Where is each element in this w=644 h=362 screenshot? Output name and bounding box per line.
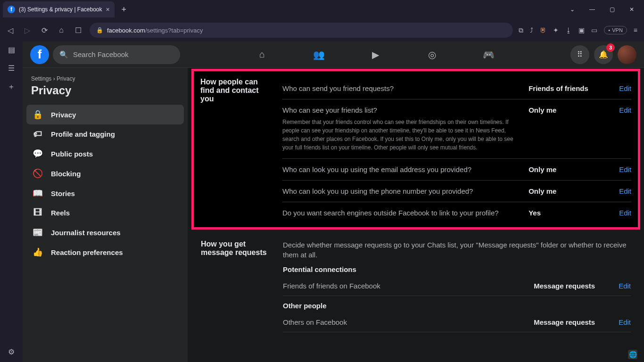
bookmark-button[interactable]: ☐ xyxy=(73,26,84,35)
tab-title: (3) Settings & privacy | Facebook xyxy=(19,6,102,13)
posts-icon: 💬 xyxy=(31,148,44,159)
sidebar-item-reels[interactable]: 🎞Reels xyxy=(26,203,184,222)
setting-description: Remember that your friends control who c… xyxy=(282,118,523,152)
block-icon: 🚫 xyxy=(31,168,44,179)
globe-indicator-icon[interactable]: 🌐 xyxy=(628,350,637,359)
section-title-messages: How you get message requests xyxy=(201,240,272,332)
setting-question: Who can send you friend requests? xyxy=(282,84,523,92)
rail-add-icon[interactable]: ＋ xyxy=(8,82,15,92)
nav-gaming-icon[interactable]: 🎮 xyxy=(479,49,498,60)
edit-link[interactable]: Edit xyxy=(619,84,631,92)
menu-grid-button[interactable]: ⠿ xyxy=(570,45,589,64)
setting-question: Do you want search engines outside Faceb… xyxy=(282,209,523,217)
messages-description: Decide whether message requests go to yo… xyxy=(283,240,631,260)
maximize-button[interactable]: ▢ xyxy=(606,6,618,13)
setting-question: Who can see your friends list?Remember t… xyxy=(282,106,523,152)
open-external-icon[interactable]: ⧉ xyxy=(519,26,523,34)
sidebar-item-label: Public posts xyxy=(51,150,93,158)
downloads-icon[interactable]: ⭳ xyxy=(565,26,572,34)
search-input[interactable]: 🔍 Search Facebook xyxy=(53,45,180,64)
edit-link[interactable]: Edit xyxy=(619,209,631,217)
message-setting-row: Friends of friends on FacebookMessage re… xyxy=(283,276,631,296)
sidebar-item-profile-and-tagging[interactable]: 🏷Profile and tagging xyxy=(26,124,184,144)
subhead-other: Other people xyxy=(283,296,631,313)
setting-value: Only me xyxy=(528,187,613,195)
chevron-down-icon[interactable]: ⌄ xyxy=(567,6,578,13)
sidebar-item-reaction-preferences[interactable]: 👍Reaction preferences xyxy=(26,242,184,262)
share-icon[interactable]: ⤴ xyxy=(530,26,533,34)
settings-main: How people can find and contact you Who … xyxy=(188,68,644,362)
rail-reading-icon[interactable]: ☰ xyxy=(8,64,15,73)
settings-sidebar: Settings › Privacy Privacy 🔒Privacy🏷Prof… xyxy=(23,68,188,362)
new-tab-button[interactable]: + xyxy=(117,3,131,16)
browser-tab[interactable]: f (3) Settings & privacy | Facebook × xyxy=(3,1,115,17)
nav-friends-icon[interactable]: 👥 xyxy=(309,49,328,60)
setting-value: Only me xyxy=(528,106,613,152)
breadcrumb: Settings › Privacy xyxy=(26,75,184,82)
setting-value: Message requests xyxy=(534,318,619,326)
tag-icon: 🏷 xyxy=(31,129,44,139)
sidebar-item-stories[interactable]: 📖Stories xyxy=(26,183,184,203)
reload-button[interactable]: ⟳ xyxy=(39,26,50,35)
close-window-button[interactable]: ✕ xyxy=(626,6,637,13)
setting-question: Friends of friends on Facebook xyxy=(283,282,534,290)
edit-link[interactable]: Edit xyxy=(619,318,631,326)
vpn-button[interactable]: • VPN xyxy=(604,26,627,34)
address-bar: ◁ ▷ ⟳ ⌂ ☐ 🔒 facebook.com/settings?tab=pr… xyxy=(0,19,644,41)
section-title-findcontact: How people can find and contact you xyxy=(200,78,271,223)
back-button[interactable]: ◁ xyxy=(5,26,16,35)
wallet-icon[interactable]: ▭ xyxy=(591,26,597,34)
message-setting-row: Others on FacebookMessage requestsEdit xyxy=(283,313,631,332)
window-controls: ⌄ ― ▢ ✕ xyxy=(567,6,644,13)
facebook-header: f 🔍 Search Facebook ⌂ 👥 ▶ ◎ 🎮 ⠿ 🔔 3 xyxy=(23,41,644,68)
tab-bar: f (3) Settings & privacy | Facebook × + … xyxy=(0,0,644,19)
nav-watch-icon[interactable]: ▶ xyxy=(366,49,385,60)
setting-value: Message requests xyxy=(534,282,619,290)
minimize-button[interactable]: ― xyxy=(586,6,598,13)
menu-icon[interactable]: ≡ xyxy=(634,26,637,34)
setting-row: Who can see your friends list?Remember t… xyxy=(282,99,631,159)
setting-value: Only me xyxy=(528,165,613,173)
setting-question: Who can look you up using the phone numb… xyxy=(282,187,523,195)
sidebar-item-privacy[interactable]: 🔒Privacy xyxy=(26,105,184,124)
facebook-logo[interactable]: f xyxy=(30,45,49,64)
sidebar-item-journalist-resources[interactable]: 📰Journalist resources xyxy=(26,222,184,242)
sidepanel-icon[interactable]: ▣ xyxy=(578,26,585,34)
forward-button[interactable]: ▷ xyxy=(22,26,33,35)
shield-icon[interactable]: ⛨ xyxy=(540,26,546,34)
account-avatar[interactable] xyxy=(618,45,636,64)
breadcrumb-root[interactable]: Settings xyxy=(31,75,51,82)
sidebar-item-blocking[interactable]: 🚫Blocking xyxy=(26,164,184,183)
rail-bookmarks-icon[interactable]: ▤ xyxy=(8,45,15,54)
sidebar-item-label: Profile and tagging xyxy=(51,130,115,138)
subhead-potential: Potential connections xyxy=(283,260,631,276)
home-button[interactable]: ⌂ xyxy=(56,26,67,34)
url-input[interactable]: 🔒 facebook.com/settings?tab=privacy xyxy=(90,23,513,38)
tab-close-icon[interactable]: × xyxy=(106,6,110,13)
setting-value: Yes xyxy=(528,209,613,217)
search-icon: 🔍 xyxy=(59,50,68,59)
notifications-button[interactable]: 🔔 3 xyxy=(594,45,613,64)
edit-link[interactable]: Edit xyxy=(619,165,631,173)
extensions-icon[interactable]: ✦ xyxy=(553,26,559,34)
nav-groups-icon[interactable]: ◎ xyxy=(422,49,441,60)
sidebar-item-label: Blocking xyxy=(51,170,81,178)
rail-settings-icon[interactable]: ⚙ xyxy=(8,347,15,356)
setting-row: Who can look you up using the phone numb… xyxy=(282,181,631,202)
bell-icon: 🔔 xyxy=(599,50,608,59)
edit-link[interactable]: Edit xyxy=(619,282,631,290)
sidebar-item-label: Reels xyxy=(51,209,70,217)
sidebar-item-public-posts[interactable]: 💬Public posts xyxy=(26,144,184,164)
lock-icon: 🔒 xyxy=(96,27,103,33)
edit-link[interactable]: Edit xyxy=(619,106,631,152)
highlighted-section: How people can find and contact you Who … xyxy=(191,69,640,230)
news-icon: 📰 xyxy=(31,227,44,238)
nav-home-icon[interactable]: ⌂ xyxy=(253,49,272,60)
book-icon: 📖 xyxy=(31,188,44,198)
react-icon: 👍 xyxy=(31,247,44,257)
lock-icon: 🔒 xyxy=(31,109,44,120)
edit-link[interactable]: Edit xyxy=(619,187,631,195)
setting-question: Others on Facebook xyxy=(283,318,534,326)
setting-row: Who can look you up using the email addr… xyxy=(282,159,631,181)
setting-value: Friends of friends xyxy=(528,84,613,92)
